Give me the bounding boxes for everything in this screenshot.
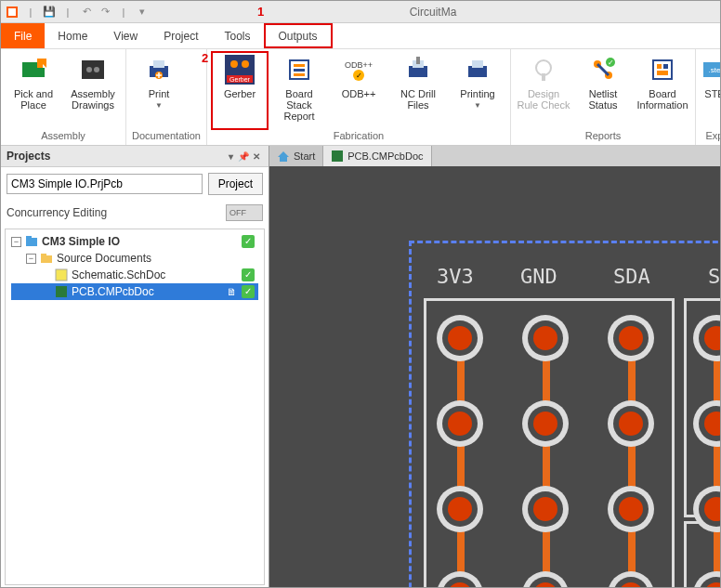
pin-icon[interactable]: 📌 (237, 151, 250, 162)
print-icon (144, 55, 174, 85)
project-tree[interactable]: − CM3 Simple IO ✓ − Source Documents (5, 229, 265, 585)
menu-outputs-label: Outputs (279, 30, 318, 43)
pcb-pad (437, 315, 483, 361)
pcb-icon (331, 150, 344, 163)
step-icon: .ste (700, 55, 721, 85)
qat-dropdown-icon[interactable]: ▾ (135, 5, 150, 20)
pcb-pad (522, 315, 569, 361)
close-icon[interactable]: ✕ (250, 151, 263, 162)
net-label: 3V3 (437, 265, 474, 288)
tree-root[interactable]: − CM3 Simple IO ✓ (11, 233, 258, 250)
menu-home[interactable]: Home (45, 23, 100, 48)
menu-view[interactable]: View (100, 23, 151, 48)
board-information-button[interactable]: Board Information (636, 53, 689, 128)
printing-label: Printing (460, 88, 494, 99)
redo-icon[interactable]: ↷ (98, 5, 112, 20)
svg-rect-34 (653, 60, 672, 79)
pcb-pad (437, 486, 483, 532)
step-label: STE (704, 88, 721, 99)
assembly-drawings-button[interactable]: Assembly Drawings (66, 53, 120, 128)
svg-rect-42 (41, 255, 52, 263)
concurrency-row: Concurrency Editing OFF (1, 201, 269, 225)
printing-button[interactable]: Printing ▼ (451, 53, 505, 128)
group-label-assembly: Assembly (7, 128, 120, 145)
net-label: SCL (708, 265, 720, 288)
panel-options-icon[interactable]: ▾ (224, 151, 237, 162)
workspace: Projects ▾ 📌 ✕ Project Concurrency Editi… (1, 146, 720, 588)
concurrency-toggle[interactable]: OFF (226, 204, 263, 221)
svg-rect-37 (657, 71, 668, 75)
annotation-1: 1 (257, 5, 264, 19)
menu-project[interactable]: Project (151, 23, 211, 48)
copper-trace (543, 326, 550, 588)
odb-icon: ODB++✓ (344, 55, 374, 85)
project-selector-row: Project (1, 167, 269, 201)
save-icon[interactable]: 💾 (42, 5, 57, 20)
print-button[interactable]: Print ▼ (132, 53, 186, 128)
gerber-icon: Gerber (225, 55, 255, 85)
design-rule-label: Design Rule Check (517, 88, 570, 111)
assembly-drawings-label: Assembly Drawings (66, 88, 120, 111)
tab-pcb-label: PCB.CMPcbDoc (347, 150, 423, 162)
folder-icon (40, 252, 53, 265)
app-icon (5, 5, 20, 20)
svg-rect-44 (56, 269, 67, 281)
svg-point-5 (86, 67, 92, 72)
annotation-2: 2 (202, 51, 208, 65)
net-label: SDA (613, 265, 650, 288)
group-label-export: Exp (701, 128, 721, 145)
tree-schematic[interactable]: Schematic.SchDoc ✓ (11, 267, 258, 283)
quick-access-toolbar: | 💾 | ↶ ↷ | ▾ (5, 5, 150, 20)
tab-start[interactable]: Start (269, 146, 323, 166)
svg-point-12 (242, 60, 249, 68)
tab-pcb[interactable]: PCB.CMPcbDoc (323, 146, 431, 166)
qat-separator: | (116, 5, 131, 20)
project-button[interactable]: Project (208, 173, 263, 195)
nc-drill-icon (403, 55, 433, 85)
tree-pcb-label: PCB.CMPcbDoc (72, 285, 221, 298)
undo-icon[interactable]: ↶ (79, 5, 94, 20)
pick-and-place-button[interactable]: Pick and Place (7, 53, 60, 128)
window-title: CircuitMa (150, 6, 716, 19)
svg-rect-35 (657, 64, 662, 69)
tree-collapse-icon[interactable]: − (26, 254, 36, 264)
svg-text:✓: ✓ (608, 59, 614, 67)
pcb-pad (693, 486, 720, 532)
pcb-icon (55, 285, 68, 298)
design-rule-check-button[interactable]: Design Rule Check (517, 53, 570, 128)
ribbon: 2 Pick and Place Assembly Drawings Assem… (1, 49, 720, 146)
menu-bar: File Home View Project Tools Outputs 1 (1, 23, 720, 49)
ribbon-group-documentation: Print ▼ Documentation (126, 49, 207, 145)
project-name-input[interactable] (7, 174, 203, 194)
net-label: GND (520, 265, 557, 288)
status-ok-icon: ✓ (242, 285, 255, 298)
pcb-pad (693, 400, 720, 447)
odb-label: ODB++ (342, 88, 376, 99)
pcb-pad (693, 315, 720, 361)
printing-icon (463, 55, 492, 85)
gerber-button[interactable]: Gerber Gerber (213, 53, 267, 128)
menu-file-label: File (14, 30, 32, 43)
svg-rect-1 (8, 8, 16, 16)
odb-button[interactable]: ODB++✓ ODB++ (332, 53, 386, 128)
netlist-status-button[interactable]: ✓ Netlist Status (576, 53, 630, 128)
gerber-label: Gerber (224, 88, 256, 99)
tree-folder[interactable]: − Source Documents (11, 250, 258, 267)
tree-collapse-icon[interactable]: − (11, 237, 21, 247)
svg-rect-43 (41, 254, 46, 256)
board-stack-report-button[interactable]: Board Stack Report (272, 53, 326, 128)
menu-tools[interactable]: Tools (212, 23, 264, 48)
tree-root-label: CM3 Simple IO (42, 235, 238, 248)
pcb-canvas[interactable]: 3V3 GND SDA SCL (269, 166, 720, 588)
nc-drill-button[interactable]: NC Drill Files (391, 53, 445, 128)
menu-file[interactable]: File (1, 23, 45, 48)
status-ok-icon: ✓ (242, 235, 255, 248)
menu-outputs[interactable]: Outputs (264, 23, 333, 48)
pcb-pad (693, 571, 720, 588)
copper-trace (714, 326, 720, 588)
step-export-button[interactable]: .ste STE (701, 53, 721, 128)
svg-text:.ste: .ste (709, 66, 721, 74)
ribbon-group-reports: Design Rule Check ✓ Netlist Status Board… (511, 49, 696, 145)
pcb-pad (608, 315, 654, 361)
tree-pcb[interactable]: PCB.CMPcbDoc 🗎 ✓ (11, 283, 258, 300)
